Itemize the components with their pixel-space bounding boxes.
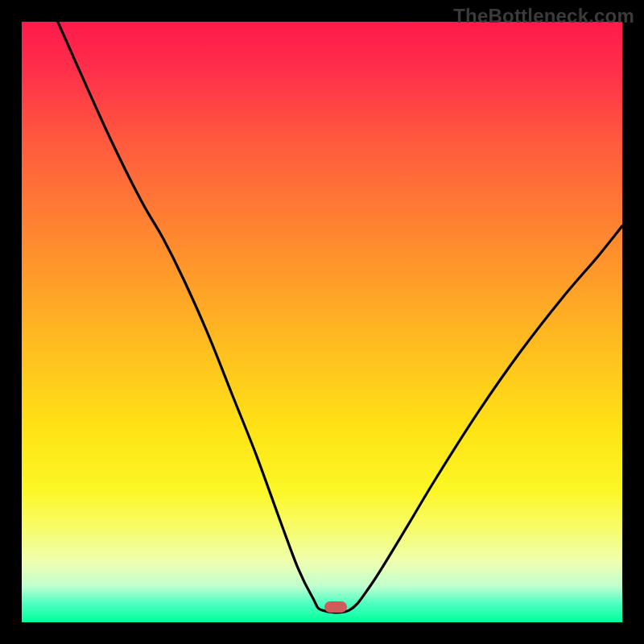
- watermark-text: TheBottleneck.com: [453, 5, 634, 27]
- plot-gradient-background: [22, 22, 622, 622]
- bottleneck-marker: [324, 601, 347, 613]
- chart-frame: TheBottleneck.com: [0, 0, 644, 644]
